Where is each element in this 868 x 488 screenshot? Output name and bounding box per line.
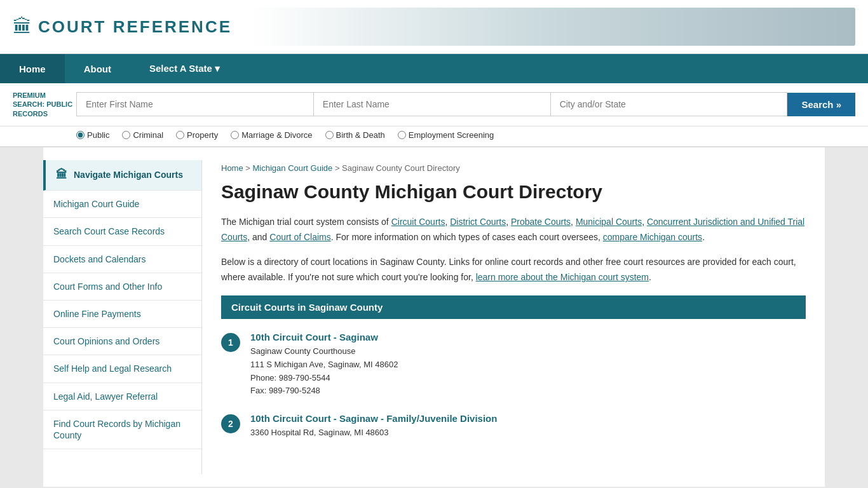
breadcrumb-guide[interactable]: Michigan Court Guide: [253, 163, 333, 173]
search-label: PREMIUM SEARCH: PUBLIC RECORDS: [13, 91, 76, 118]
breadcrumb-current: Saginaw County Court Directory: [342, 163, 460, 173]
sidebar: 🏛 Navigate Michigan Courts Michigan Cour…: [43, 160, 202, 474]
court-address-1: Saginaw County Courthouse 111 S Michigan…: [250, 345, 398, 398]
main-layout: 🏛 Navigate Michigan Courts Michigan Cour…: [43, 147, 825, 487]
nav-home[interactable]: Home: [0, 54, 65, 83]
city-state-input[interactable]: [551, 92, 788, 116]
sidebar-item-self-help[interactable]: Self Help and Legal Research: [43, 355, 201, 383]
court-entry-2: 2 10th Circuit Court - Saginaw - Family/…: [221, 413, 806, 440]
radio-criminal[interactable]: Criminal: [122, 130, 163, 140]
logo-text: COURT REFERENCE: [38, 17, 232, 37]
court-number-2: 2: [221, 414, 240, 433]
court-icon: 🏛: [56, 168, 67, 182]
page-title: Saginaw County Michigan Court Directory: [221, 180, 806, 203]
header: 🏛 COURT REFERENCE: [0, 0, 868, 54]
sidebar-item-dockets[interactable]: Dockets and Calendars: [43, 246, 201, 273]
sidebar-item-fine-payments[interactable]: Online Fine Payments: [43, 301, 201, 328]
court-name-1[interactable]: 10th Circuit Court - Saginaw: [250, 332, 378, 342]
radio-birth-death[interactable]: Birth & Death: [325, 130, 385, 140]
content-area: Home > Michigan Court Guide > Saginaw Co…: [202, 160, 825, 474]
search-inputs: [76, 92, 787, 116]
logo[interactable]: 🏛 COURT REFERENCE: [13, 16, 232, 37]
link-district-courts[interactable]: District Courts: [450, 217, 506, 227]
sidebar-item-find-records[interactable]: Find Court Records by Michigan County: [43, 410, 201, 449]
court-details-1: 10th Circuit Court - Saginaw Saginaw Cou…: [250, 332, 398, 398]
link-learn-more[interactable]: learn more about the Michigan court syst…: [476, 272, 649, 282]
breadcrumb: Home > Michigan Court Guide > Saginaw Co…: [221, 160, 806, 173]
first-name-input[interactable]: [76, 92, 314, 116]
court-address-2: 3360 Hospital Rd, Saginaw, MI 48603: [250, 426, 497, 440]
nav-select-state[interactable]: Select A State ▾: [130, 54, 239, 83]
body-paragraph-1: The Michigan trial court system consists…: [221, 215, 806, 245]
radio-employment[interactable]: Employment Screening: [398, 130, 494, 140]
radio-bar: Public Criminal Property Marriage & Divo…: [0, 126, 868, 147]
link-compare-courts[interactable]: compare Michigan courts: [603, 232, 702, 242]
breadcrumb-home[interactable]: Home: [221, 163, 243, 173]
court-entry-1: 1 10th Circuit Court - Saginaw Saginaw C…: [221, 332, 806, 398]
sidebar-item-court-forms[interactable]: Court Forms and Other Info: [43, 273, 201, 301]
court-number-1: 1: [221, 333, 240, 352]
section-header-circuit-courts: Circuit Courts in Saginaw County: [221, 295, 806, 319]
header-decoration: [251, 8, 855, 46]
navbar: Home About Select A State ▾: [0, 54, 868, 83]
link-court-of-claims[interactable]: Court of Claims: [269, 232, 330, 242]
link-municipal-courts[interactable]: Municipal Courts: [576, 217, 642, 227]
search-bar: PREMIUM SEARCH: PUBLIC RECORDS Search »: [0, 83, 868, 126]
radio-property[interactable]: Property: [176, 130, 218, 140]
sidebar-item-opinions[interactable]: Court Opinions and Orders: [43, 328, 201, 355]
sidebar-item-navigate-michigan[interactable]: 🏛 Navigate Michigan Courts: [43, 160, 201, 191]
radio-public[interactable]: Public: [76, 130, 109, 140]
body-paragraph-2: Below is a directory of court locations …: [221, 255, 806, 285]
radio-marriage-divorce[interactable]: Marriage & Divorce: [231, 130, 312, 140]
court-details-2: 10th Circuit Court - Saginaw - Family/Ju…: [250, 413, 497, 440]
sidebar-item-court-guide[interactable]: Michigan Court Guide: [43, 191, 201, 218]
link-probate-courts[interactable]: Probate Courts: [511, 217, 571, 227]
last-name-input[interactable]: [314, 92, 551, 116]
link-circuit-courts[interactable]: Circuit Courts: [391, 217, 445, 227]
logo-icon: 🏛: [13, 16, 32, 37]
nav-about[interactable]: About: [65, 54, 130, 83]
sidebar-item-search-records[interactable]: Search Court Case Records: [43, 218, 201, 245]
court-name-2[interactable]: 10th Circuit Court - Saginaw - Family/Ju…: [250, 413, 497, 424]
sidebar-item-legal-aid[interactable]: Legal Aid, Lawyer Referral: [43, 383, 201, 410]
search-button[interactable]: Search »: [787, 93, 855, 116]
